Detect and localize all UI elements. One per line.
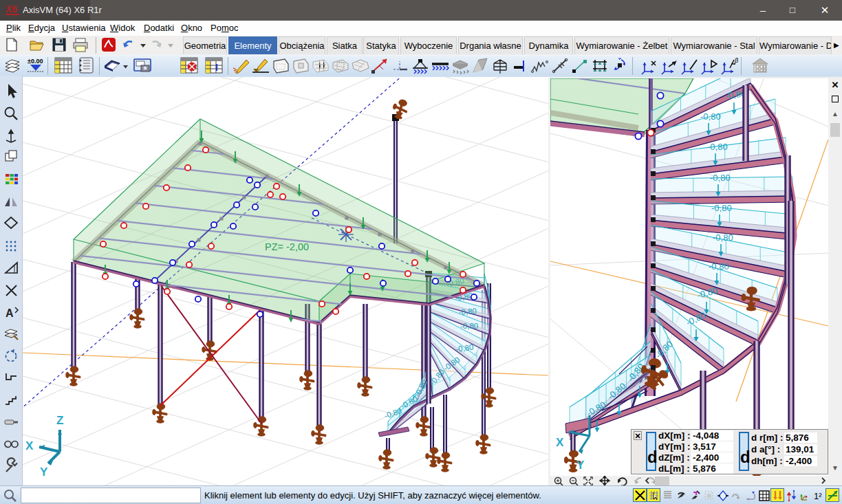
svg-text:β: β [734, 57, 738, 64]
svg-text:-0,80: -0,80 [707, 142, 728, 152]
svg-text:PZ= -2,00: PZ= -2,00 [265, 241, 309, 252]
svg-text:-0,80: -0,80 [710, 173, 731, 183]
svg-text:1²: 1² [814, 491, 822, 501]
svg-text:Y: Y [40, 465, 48, 479]
svg-text:Z: Z [56, 414, 63, 427]
svg-text:-0,80: -0,80 [709, 261, 729, 272]
svg-text:-0,80: -0,80 [460, 322, 478, 330]
svg-text:I: I [215, 62, 218, 73]
svg-text:X: X [556, 436, 564, 449]
svg-text:-0,80: -0,80 [458, 307, 477, 316]
svg-text:A: A [6, 307, 14, 319]
svg-text:X: X [25, 439, 34, 452]
svg-text:-0,80: -0,80 [700, 111, 721, 122]
svg-text:±0.00: ±0.00 [28, 58, 43, 65]
svg-text:Y: Y [576, 459, 585, 472]
svg-text:-0,80: -0,80 [711, 203, 732, 213]
svg-text:-0,80: -0,80 [713, 232, 733, 243]
